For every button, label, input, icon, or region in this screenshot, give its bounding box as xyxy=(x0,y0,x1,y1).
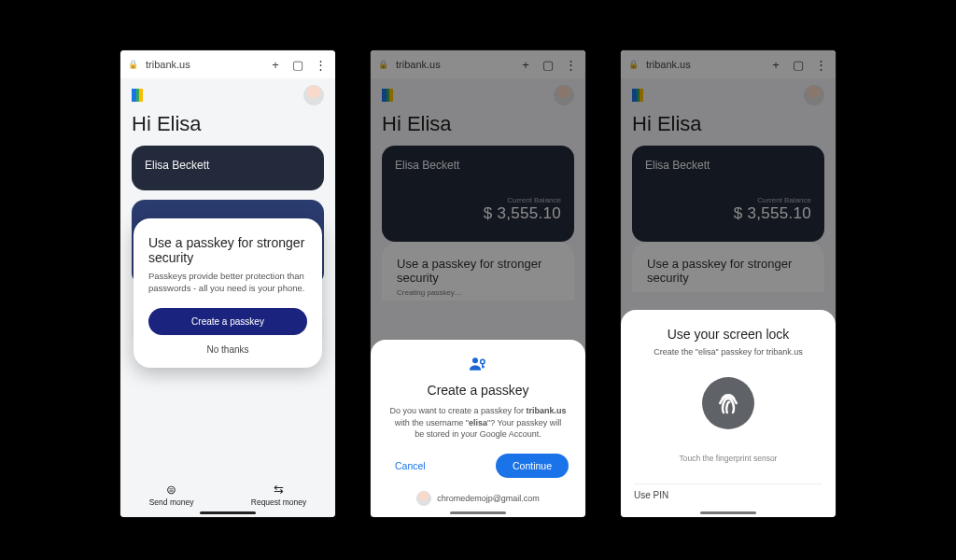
phone-screen-2: 🔒 tribank.us + ▢ ⋮ Hi Elisa Elisa Becket… xyxy=(371,50,585,517)
svg-point-0 xyxy=(472,357,478,363)
dialog-body: Passkeys provide better protection than … xyxy=(148,271,307,295)
sheet-body: Do you want to create a passkey for trib… xyxy=(389,405,567,441)
sheet-title: Create a passkey xyxy=(387,383,569,398)
dialog-title: Use a passkey for stronger security xyxy=(148,235,307,265)
swap-icon: ⇆ xyxy=(274,483,284,497)
app-header xyxy=(120,78,335,112)
lock-icon: 🔒 xyxy=(128,60,138,69)
fingerprint-hint: Touch the fingerprint sensor xyxy=(634,454,822,463)
phone-screen-3: 🔒 tribank.us + ▢ ⋮ Hi Elisa Elisa Becket… xyxy=(621,50,836,517)
gesture-bar xyxy=(200,511,256,514)
request-money-button[interactable]: ⇆Request money xyxy=(251,483,307,507)
fingerprint-icon[interactable] xyxy=(702,377,754,429)
send-money-button[interactable]: ⊜Send money xyxy=(149,483,194,507)
bottom-nav: ⊜Send money ⇆Request money xyxy=(120,472,335,517)
account-email: chromedemojp@gmail.com xyxy=(437,494,540,503)
tab-switcher-icon[interactable]: ▢ xyxy=(290,58,305,72)
create-passkey-sheet: Create a passkey Do you want to create a… xyxy=(371,340,585,517)
new-tab-icon[interactable]: + xyxy=(268,58,283,72)
request-money-label: Request money xyxy=(251,497,307,507)
gesture-bar xyxy=(450,511,506,514)
no-thanks-button[interactable]: No thanks xyxy=(148,344,307,355)
browser-menu-icon[interactable]: ⋮ xyxy=(313,58,328,72)
account-name: Elisa Beckett xyxy=(145,159,311,172)
send-money-label: Send money xyxy=(149,497,194,507)
browser-address-bar: 🔒 tribank.us + ▢ ⋮ xyxy=(120,50,335,78)
screen-lock-sheet: Use your screen lock Create the "elisa" … xyxy=(621,310,836,517)
phone-screen-1: 🔒 tribank.us + ▢ ⋮ Hi Elisa Elisa Becket… xyxy=(120,50,335,517)
greeting-text: Hi Elisa xyxy=(120,112,335,146)
account-avatar-icon xyxy=(416,491,431,506)
gesture-bar xyxy=(700,511,756,514)
google-account-row[interactable]: chromedemojp@gmail.com xyxy=(387,491,569,506)
passkey-icon xyxy=(387,357,569,375)
dollar-icon: ⊜ xyxy=(166,483,176,497)
cancel-button[interactable]: Cancel xyxy=(387,455,433,477)
svg-point-1 xyxy=(481,359,485,364)
sheet-body: Create the "elisa" passkey for tribank.u… xyxy=(634,347,822,357)
account-card-primary[interactable]: Elisa Beckett xyxy=(132,146,324,190)
continue-button[interactable]: Continue xyxy=(496,454,569,478)
passkey-promo-dialog: Use a passkey for stronger security Pass… xyxy=(134,218,322,368)
sheet-title: Use your screen lock xyxy=(634,327,822,342)
svg-rect-3 xyxy=(482,366,485,368)
app-logo xyxy=(132,89,143,102)
use-pin-button[interactable]: Use PIN xyxy=(634,483,822,510)
create-passkey-button[interactable]: Create a passkey xyxy=(148,308,307,335)
user-avatar[interactable] xyxy=(303,85,324,105)
browser-address: tribank.us xyxy=(146,59,260,70)
